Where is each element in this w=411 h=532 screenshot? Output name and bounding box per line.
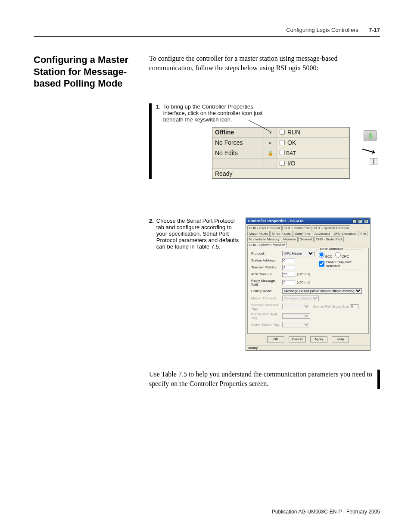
polling-mode-select[interactable]: Message Based (slave cannot initiate mes… — [282, 288, 362, 294]
step2-number: 2. — [149, 218, 154, 250]
controller-properties-dialog: Controller Properties - SCADA _ □ × CH0 … — [246, 218, 371, 351]
svg-line-0 — [249, 120, 270, 131]
tab-ch1-serial-port[interactable]: CH1 - Serial Port — [282, 225, 311, 230]
run-checkbox[interactable] — [280, 130, 285, 135]
protocol-label: Protocol: — [251, 252, 282, 255]
step2-text: 2. Choose the Serial Port Protocol tab a… — [149, 218, 240, 250]
run-label: RUN — [287, 129, 300, 136]
noforces-label: No Forces — [212, 138, 264, 148]
active-station-tag-label: Active Station Tag: — [251, 323, 282, 327]
active-station-tag-select — [282, 322, 310, 327]
step2-body: Choose the Serial Port Protocol tab and … — [156, 218, 240, 250]
header-section: Configuring Logix Controllers — [286, 27, 358, 33]
blank-cell — [264, 159, 277, 168]
station-address-input[interactable] — [282, 258, 295, 263]
priority-poll-tag-label: Priority Poll Node Tag: — [251, 312, 282, 320]
ok-label: OK — [287, 139, 296, 146]
callout-line-icon — [246, 119, 272, 132]
reply-wait-unit: (x20 ms) — [297, 280, 310, 284]
blank-cell — [212, 159, 264, 168]
tab-memory[interactable]: Memory — [282, 236, 298, 242]
tab-ch0-serial-port[interactable]: CH0 - Serial Port — [314, 236, 343, 242]
crc-radio[interactable]: CRC — [335, 252, 349, 258]
ack-timeout-input[interactable] — [282, 272, 295, 277]
tab-advanced[interactable]: Advanced — [313, 231, 332, 236]
footnote-paragraph: Use Table 7.5 to help you understand the… — [149, 370, 373, 389]
lock-icon: 🔒 — [264, 148, 277, 158]
ack-timeout-label: ACK Timeout: — [251, 272, 282, 276]
tab-datetime[interactable]: Date/Time — [293, 231, 312, 236]
apply-button[interactable]: Apply — [310, 336, 327, 342]
status-toolbar-screenshot: Offline ▾ RUN No Forces ▸ — [212, 127, 350, 179]
normal-poll-group-input — [350, 304, 358, 309]
publication-line: Publication AG-UM008C-EN-P - February 20… — [272, 509, 380, 515]
ok-button[interactable]: OK — [267, 336, 284, 342]
noedits-label: No Edits — [212, 148, 264, 158]
tab-ch0-system-protocol[interactable]: CH0 - System Protocol* — [247, 242, 287, 248]
tab-general[interactable]: General — [298, 236, 314, 242]
priority-poll-tag-select — [282, 313, 310, 319]
help-button[interactable]: Help — [332, 336, 349, 342]
intro-paragraph: To configure the controller for a master… — [149, 54, 380, 73]
reply-wait-label: Reply Message Wait: — [251, 279, 282, 286]
page-header: Configuring Logix Controllers 7-17 — [34, 27, 380, 37]
master-transmit-label: Master Transmit: — [251, 296, 282, 300]
close-button[interactable]: × — [364, 219, 368, 223]
transmit-retries-input[interactable] — [282, 265, 295, 270]
polling-mode-label: Polling Mode: — [251, 289, 282, 293]
change-bar — [377, 370, 380, 389]
normal-poll-group-label: Normal Poll Group Size: — [313, 305, 350, 308]
normal-poll-tag-select — [282, 304, 310, 309]
maximize-button[interactable]: □ — [358, 219, 362, 223]
error-detection-legend: Error Detection — [319, 247, 345, 251]
tab-file[interactable]: File — [359, 231, 368, 236]
error-detection-group: Error Detection BCC CRC Enable Duplicate… — [316, 249, 363, 270]
keyswitch-icon[interactable] — [364, 130, 377, 141]
bat-label: BAT — [286, 150, 296, 156]
master-transmit-select: Between station polls — [282, 296, 319, 301]
header-pagenum: 7-17 — [369, 27, 380, 33]
io-checkbox[interactable] — [280, 161, 285, 166]
step1-number: 1. — [156, 103, 161, 123]
ready-status: Ready — [212, 169, 349, 178]
tab-ch1-system-protocol[interactable]: CH1 - System Protocol — [312, 225, 350, 230]
arrow-down-icon — [361, 147, 379, 155]
duplicate-detection-checkbox[interactable] — [319, 261, 324, 267]
tab-sfc[interactable]: SFC Execution — [332, 231, 358, 236]
dialog-titlebar: Controller Properties - SCADA _ □ × — [246, 218, 370, 224]
tab-nonvolatile[interactable]: Nonvolatile Memory — [247, 236, 281, 242]
dialog-status: Ready — [246, 345, 370, 350]
bat-checkbox[interactable] — [280, 150, 285, 155]
section-title: Configuring a Master Station for Message… — [34, 54, 141, 90]
change-bar — [149, 103, 152, 179]
minimize-button[interactable]: _ — [352, 219, 357, 223]
station-address-label: Station Address: — [251, 258, 282, 262]
transmit-retries-label: Transmit Retries: — [251, 265, 282, 269]
reply-wait-input[interactable] — [282, 280, 295, 285]
protocol-select[interactable]: DF1 Master — [282, 251, 314, 256]
controller-icon[interactable] — [370, 158, 377, 165]
tab-major-faults[interactable]: Major Faults — [247, 231, 270, 236]
ok-checkbox[interactable] — [280, 140, 285, 145]
cancel-button[interactable]: Cancel — [289, 336, 306, 342]
tab-ch0-user-protocol[interactable]: CH0 - User Protocol — [247, 225, 282, 230]
tab-minor-faults[interactable]: Minor Faults — [270, 231, 293, 236]
normal-poll-tag-label: Normal Poll Node Tag: — [251, 303, 282, 311]
duplicate-detection-label: Enable Duplicate Detection — [326, 260, 360, 268]
io-label: I/O — [287, 160, 296, 167]
bcc-radio[interactable]: BCC — [319, 252, 333, 258]
dialog-title: Controller Properties - SCADA — [248, 219, 304, 223]
ack-timeout-unit: (x20 ms) — [297, 272, 310, 276]
dropdown-icon[interactable]: ▸ — [264, 138, 277, 148]
dialog-tabs: CH0 - User Protocol CH1 - Serial Port CH… — [246, 224, 370, 248]
